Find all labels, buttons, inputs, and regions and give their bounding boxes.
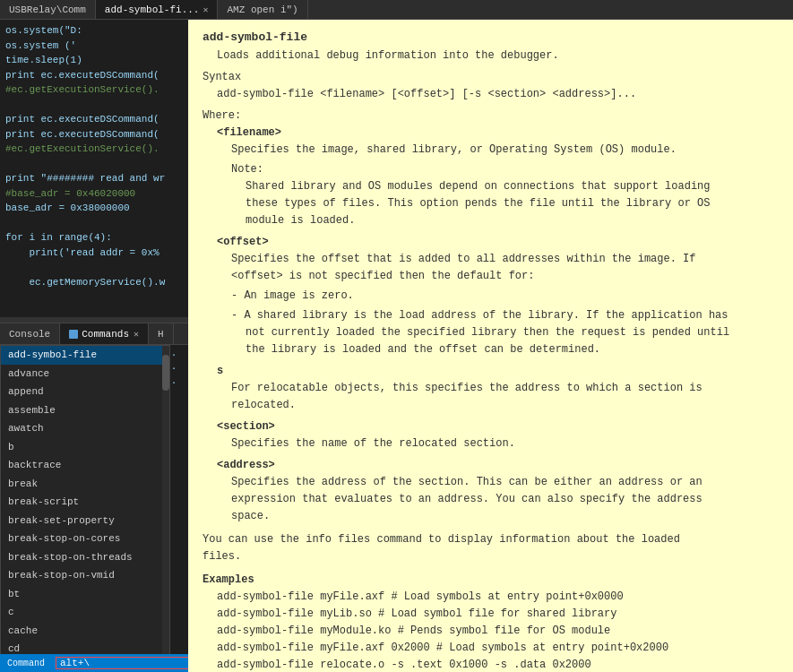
- doc-panel[interactable]: add-symbol-file Loads additional debug i…: [188, 20, 793, 672]
- tab-h[interactable]: H: [149, 323, 174, 344]
- doc-examples-section: Examples add-symbol-file myFile.axf # Lo…: [203, 572, 779, 673]
- cmd-item-add-symbol-file[interactable]: add-symbol-file: [1, 346, 169, 365]
- tab-bar: USBRelay\Comm add-symbol-fi... ✕ AMZ ope…: [0, 0, 793, 20]
- doc-section-tag: <section>: [217, 418, 779, 435]
- status-command-label: Command: [7, 659, 45, 668]
- cmd-item-break-stop-on-cores[interactable]: break-stop-on-cores: [1, 530, 169, 548]
- code-line-11: print "######## read and wr: [5, 171, 183, 186]
- doc-ex5: add-symbol-file relocate.o -s .text 0x10…: [217, 657, 779, 673]
- cmd-item-bt[interactable]: bt: [1, 585, 169, 604]
- doc-address-desc2: expression that evaluates to an address.…: [231, 491, 779, 507]
- doc-note-block: Shared library and OS modules depend on …: [246, 178, 779, 228]
- tab-console[interactable]: Console: [0, 323, 60, 344]
- doc-ex4: add-symbol-file myFile.axf 0x2000 # Load…: [217, 640, 779, 656]
- tab-h-label: H: [158, 329, 164, 340]
- code-line-14: [5, 216, 183, 231]
- doc-info-section: You can use the info files command to di…: [203, 531, 779, 564]
- scroll-thumb[interactable]: [162, 355, 169, 391]
- doc-offset-tag: <offset>: [217, 234, 779, 250]
- doc-where-label: Where:: [203, 108, 779, 124]
- code-line-5: #ec.getExecutionService().: [5, 82, 183, 98]
- code-line-15: for i in range(4):: [5, 230, 183, 246]
- cmd-item-advance[interactable]: advance: [1, 365, 169, 383]
- status-bar: Command: [0, 654, 188, 672]
- code-line-13: base_adr = 0x38000000: [5, 201, 183, 216]
- cmd-item-append[interactable]: append: [1, 383, 169, 401]
- doc-s-block: s For relocatable objects, this specifie…: [217, 363, 779, 413]
- doc-offset-desc2: <offset> is not specified then the defau…: [231, 268, 779, 284]
- cmd-item-backtrace[interactable]: backtrace: [1, 456, 169, 475]
- doc-address-tag: <address>: [217, 457, 779, 473]
- doc-address-block: <address> Specifies the address of the s…: [217, 457, 779, 524]
- code-line-2: os.system (': [5, 39, 183, 54]
- command-list: add-symbol-file advance append assemble …: [0, 345, 170, 654]
- doc-description: Loads additional debug information into …: [203, 47, 779, 64]
- doc-title: add-symbol-file: [203, 29, 779, 47]
- doc-offset-note3: not currently loaded the specified libra…: [246, 324, 779, 340]
- doc-s-desc2: relocated.: [231, 397, 779, 413]
- doc-note-label: Note:: [231, 161, 779, 177]
- code-line-17: [5, 260, 183, 275]
- bottom-panel: Console Commands ✕ H aded section .ARM.e…: [0, 323, 188, 672]
- cmd-item-assemble[interactable]: assemble: [1, 401, 169, 420]
- status-command-input[interactable]: [56, 657, 190, 669]
- main-area: os.system("D: os.system (' time.sleep(1)…: [0, 20, 793, 672]
- commands-panel: aded section .ARM.extab.text. aded secti…: [0, 345, 188, 654]
- tab-commands-close[interactable]: ✕: [134, 329, 139, 340]
- cmd-item-c[interactable]: c: [1, 603, 169, 622]
- tab-console-label: Console: [9, 329, 50, 340]
- code-line-3: time.sleep(1): [5, 53, 183, 68]
- code-line-12: #base_adr = 0x46020000: [5, 186, 183, 202]
- doc-note-2: these types of files. This option pends …: [246, 195, 779, 211]
- doc-ex1: add-symbol-file myFile.axf # Load symbol…: [217, 589, 779, 605]
- cmd-item-break-set-property[interactable]: break-set-property: [1, 512, 169, 530]
- tab-close-add-symbol[interactable]: ✕: [203, 4, 208, 15]
- tab-label-amz: AMZ open i"): [227, 4, 297, 15]
- doc-offset-block: <offset> Specifies the offset that is ad…: [217, 234, 779, 358]
- doc-s-desc1: For relocatable objects, this specifies …: [231, 380, 779, 396]
- cmd-item-break-script[interactable]: break-script: [1, 493, 169, 512]
- doc-s-tag: s: [217, 363, 779, 379]
- code-line-10: [5, 157, 183, 172]
- doc-info-text: You can use the info files command to di…: [203, 531, 779, 547]
- tab-add-symbol[interactable]: add-symbol-fi... ✕: [96, 0, 219, 19]
- doc-offset-note1: - An image is zero.: [231, 288, 779, 304]
- doc-info-text2: files.: [203, 548, 779, 564]
- doc-examples-label: Examples: [203, 572, 779, 588]
- doc-section-block: <section> Specifies the name of the relo…: [217, 418, 779, 452]
- doc-syntax-section: Syntax add-symbol-file <filename> [<offs…: [203, 69, 779, 102]
- code-editor[interactable]: os.system("D: os.system (' time.sleep(1)…: [0, 20, 188, 317]
- code-line-9: #ec.getExecutionService().: [5, 142, 183, 157]
- code-line-8: print ec.executeDSCommand(: [5, 127, 183, 142]
- doc-note-3: module is loaded.: [246, 212, 779, 228]
- doc-desc-text: Loads additional debug information into …: [217, 47, 779, 64]
- code-line-7: print ec.executeDSCommand(: [5, 112, 183, 127]
- doc-offset-desc1: Specifies the offset that is added to al…: [231, 251, 779, 267]
- doc-where-section: Where: <filename> Specifies the image, s…: [203, 108, 779, 524]
- bottom-tabs: Console Commands ✕ H: [0, 323, 188, 345]
- doc-filename-tag: <filename>: [217, 125, 779, 141]
- cmd-item-break-stop-on-threads[interactable]: break-stop-on-threads: [1, 548, 169, 567]
- code-line-16: print('read addr = 0x%: [5, 246, 183, 261]
- cmd-item-b[interactable]: b: [1, 438, 169, 457]
- cmd-item-cd[interactable]: cd: [1, 640, 169, 654]
- cmd-item-break-stop-on-vmid[interactable]: break-stop-on-vmid: [1, 566, 169, 585]
- left-column: os.system("D: os.system (' time.sleep(1)…: [0, 20, 188, 672]
- cmd-item-awatch[interactable]: awatch: [1, 419, 169, 438]
- cmd-item-break[interactable]: break: [1, 475, 169, 494]
- cmd-item-cache[interactable]: cache: [1, 622, 169, 641]
- doc-ex2: add-symbol-file myLib.so # Load symbol f…: [217, 606, 779, 622]
- code-line-1: os.system("D:: [5, 23, 183, 39]
- tab-usbrelay[interactable]: USBRelay\Comm: [0, 0, 96, 19]
- tab-commands[interactable]: Commands ✕: [60, 323, 149, 344]
- doc-offset-note4: the library is loaded and the offset can…: [246, 341, 779, 358]
- doc-ex3: add-symbol-file myModule.ko # Pends symb…: [217, 623, 779, 639]
- doc-filename-block: <filename> Specifies the image, shared l…: [217, 125, 779, 228]
- doc-address-desc1: Specifies the address of the section. Th…: [231, 474, 779, 490]
- code-line-4: print ec.executeDSCommand(: [5, 68, 183, 83]
- scrollbar[interactable]: [162, 346, 169, 654]
- doc-address-desc3: space.: [231, 508, 779, 524]
- tab-label-add-symbol: add-symbol-fi...: [105, 4, 200, 15]
- doc-filename-desc: Specifies the image, shared library, or …: [231, 142, 779, 158]
- tab-amz[interactable]: AMZ open i"): [218, 0, 307, 19]
